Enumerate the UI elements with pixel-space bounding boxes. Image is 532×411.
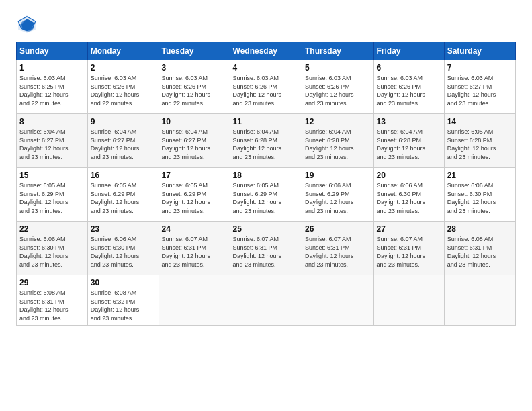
day-number: 11 bbox=[233, 117, 299, 126]
calendar-cell: 10Sunrise: 6:04 AM Sunset: 6:27 PM Dayli… bbox=[159, 114, 230, 168]
day-number: 26 bbox=[305, 224, 371, 234]
calendar-cell: 6Sunrise: 6:03 AM Sunset: 6:26 PM Daylig… bbox=[373, 60, 444, 114]
weekday-tuesday: Tuesday bbox=[159, 42, 230, 60]
day-number: 29 bbox=[19, 278, 85, 287]
day-info: Sunrise: 6:03 AM Sunset: 6:25 PM Dayligh… bbox=[19, 74, 85, 107]
weekday-wednesday: Wednesday bbox=[230, 42, 302, 60]
day-number: 10 bbox=[162, 117, 227, 126]
calendar-cell: 22Sunrise: 6:06 AM Sunset: 6:30 PM Dayli… bbox=[17, 222, 88, 275]
day-info: Sunrise: 6:04 AM Sunset: 6:28 PM Dayligh… bbox=[233, 128, 299, 161]
logo-icon bbox=[16, 13, 38, 35]
day-number: 23 bbox=[91, 224, 156, 234]
calendar-cell: 1Sunrise: 6:03 AM Sunset: 6:25 PM Daylig… bbox=[17, 60, 88, 114]
day-info: Sunrise: 6:03 AM Sunset: 6:26 PM Dayligh… bbox=[305, 74, 371, 107]
calendar-cell bbox=[159, 275, 230, 326]
calendar-cell: 14Sunrise: 6:05 AM Sunset: 6:28 PM Dayli… bbox=[444, 114, 515, 168]
day-info: Sunrise: 6:08 AM Sunset: 6:31 PM Dayligh… bbox=[19, 289, 85, 322]
day-number: 15 bbox=[19, 171, 85, 180]
calendar-cell bbox=[444, 275, 515, 326]
logo bbox=[16, 13, 42, 35]
calendar-cell bbox=[230, 275, 302, 326]
calendar-cell: 18Sunrise: 6:05 AM Sunset: 6:29 PM Dayli… bbox=[230, 168, 302, 222]
calendar-cell: 30Sunrise: 6:08 AM Sunset: 6:32 PM Dayli… bbox=[87, 275, 159, 326]
day-info: Sunrise: 6:04 AM Sunset: 6:28 PM Dayligh… bbox=[305, 128, 371, 161]
day-number: 16 bbox=[91, 171, 156, 180]
day-number: 4 bbox=[233, 63, 299, 73]
day-number: 27 bbox=[377, 224, 441, 234]
day-number: 9 bbox=[91, 117, 156, 126]
day-number: 20 bbox=[377, 171, 441, 180]
calendar-cell: 3Sunrise: 6:03 AM Sunset: 6:26 PM Daylig… bbox=[159, 60, 230, 114]
day-info: Sunrise: 6:03 AM Sunset: 6:26 PM Dayligh… bbox=[91, 74, 156, 107]
calendar-cell: 16Sunrise: 6:05 AM Sunset: 6:29 PM Dayli… bbox=[87, 168, 159, 222]
weekday-thursday: Thursday bbox=[302, 42, 374, 60]
calendar-cell bbox=[302, 275, 374, 326]
day-number: 19 bbox=[305, 171, 371, 180]
day-info: Sunrise: 6:03 AM Sunset: 6:26 PM Dayligh… bbox=[233, 74, 299, 107]
calendar-cell: 15Sunrise: 6:05 AM Sunset: 6:29 PM Dayli… bbox=[17, 168, 88, 222]
weekday-sunday: Sunday bbox=[17, 42, 88, 60]
calendar-cell bbox=[373, 275, 444, 326]
day-info: Sunrise: 6:07 AM Sunset: 6:31 PM Dayligh… bbox=[305, 235, 371, 269]
day-info: Sunrise: 6:04 AM Sunset: 6:28 PM Dayligh… bbox=[377, 128, 441, 161]
day-number: 7 bbox=[447, 63, 513, 73]
calendar-cell: 28Sunrise: 6:08 AM Sunset: 6:31 PM Dayli… bbox=[444, 222, 515, 275]
day-info: Sunrise: 6:06 AM Sunset: 6:30 PM Dayligh… bbox=[91, 235, 156, 269]
calendar-cell: 4Sunrise: 6:03 AM Sunset: 6:26 PM Daylig… bbox=[230, 60, 302, 114]
day-number: 1 bbox=[19, 63, 85, 73]
calendar-cell: 25Sunrise: 6:07 AM Sunset: 6:31 PM Dayli… bbox=[230, 222, 302, 275]
day-number: 17 bbox=[162, 171, 227, 180]
day-info: Sunrise: 6:07 AM Sunset: 6:31 PM Dayligh… bbox=[162, 235, 227, 269]
day-info: Sunrise: 6:06 AM Sunset: 6:30 PM Dayligh… bbox=[447, 181, 513, 215]
weekday-saturday: Saturday bbox=[444, 42, 515, 60]
calendar-cell: 19Sunrise: 6:06 AM Sunset: 6:29 PM Dayli… bbox=[302, 168, 374, 222]
calendar-cell: 2Sunrise: 6:03 AM Sunset: 6:26 PM Daylig… bbox=[87, 60, 159, 114]
calendar-table: SundayMondayTuesdayWednesdayThursdayFrid… bbox=[16, 42, 516, 326]
calendar-cell: 20Sunrise: 6:06 AM Sunset: 6:30 PM Dayli… bbox=[373, 168, 444, 222]
weekday-header-row: SundayMondayTuesdayWednesdayThursdayFrid… bbox=[17, 42, 516, 60]
weekday-friday: Friday bbox=[373, 42, 444, 60]
day-number: 6 bbox=[377, 63, 441, 73]
day-number: 25 bbox=[233, 224, 299, 234]
calendar-cell: 26Sunrise: 6:07 AM Sunset: 6:31 PM Dayli… bbox=[302, 222, 374, 275]
day-info: Sunrise: 6:05 AM Sunset: 6:29 PM Dayligh… bbox=[233, 181, 299, 215]
day-number: 21 bbox=[447, 171, 513, 180]
day-info: Sunrise: 6:03 AM Sunset: 6:26 PM Dayligh… bbox=[162, 74, 227, 107]
calendar-cell: 8Sunrise: 6:04 AM Sunset: 6:27 PM Daylig… bbox=[17, 114, 88, 168]
calendar-cell: 11Sunrise: 6:04 AM Sunset: 6:28 PM Dayli… bbox=[230, 114, 302, 168]
day-info: Sunrise: 6:07 AM Sunset: 6:31 PM Dayligh… bbox=[233, 235, 299, 269]
day-info: Sunrise: 6:05 AM Sunset: 6:29 PM Dayligh… bbox=[91, 181, 156, 215]
day-info: Sunrise: 6:05 AM Sunset: 6:29 PM Dayligh… bbox=[162, 181, 227, 215]
day-info: Sunrise: 6:06 AM Sunset: 6:30 PM Dayligh… bbox=[377, 181, 441, 215]
calendar-cell: 12Sunrise: 6:04 AM Sunset: 6:28 PM Dayli… bbox=[302, 114, 374, 168]
day-info: Sunrise: 6:04 AM Sunset: 6:27 PM Dayligh… bbox=[19, 128, 85, 161]
day-number: 22 bbox=[19, 224, 85, 234]
day-number: 30 bbox=[91, 278, 156, 287]
day-info: Sunrise: 6:07 AM Sunset: 6:31 PM Dayligh… bbox=[377, 235, 441, 269]
calendar-cell: 9Sunrise: 6:04 AM Sunset: 6:27 PM Daylig… bbox=[87, 114, 159, 168]
day-info: Sunrise: 6:08 AM Sunset: 6:32 PM Dayligh… bbox=[91, 289, 156, 322]
day-info: Sunrise: 6:05 AM Sunset: 6:28 PM Dayligh… bbox=[447, 128, 513, 161]
calendar-cell: 29Sunrise: 6:08 AM Sunset: 6:31 PM Dayli… bbox=[17, 275, 88, 326]
day-info: Sunrise: 6:08 AM Sunset: 6:31 PM Dayligh… bbox=[447, 235, 513, 269]
day-number: 3 bbox=[162, 63, 227, 73]
day-number: 28 bbox=[447, 224, 513, 234]
day-info: Sunrise: 6:04 AM Sunset: 6:27 PM Dayligh… bbox=[162, 128, 227, 161]
day-number: 18 bbox=[233, 171, 299, 180]
day-info: Sunrise: 6:06 AM Sunset: 6:30 PM Dayligh… bbox=[19, 235, 85, 269]
calendar-cell: 21Sunrise: 6:06 AM Sunset: 6:30 PM Dayli… bbox=[444, 168, 515, 222]
day-info: Sunrise: 6:05 AM Sunset: 6:29 PM Dayligh… bbox=[19, 181, 85, 215]
day-number: 14 bbox=[447, 117, 513, 126]
calendar-cell: 5Sunrise: 6:03 AM Sunset: 6:26 PM Daylig… bbox=[302, 60, 374, 114]
day-number: 5 bbox=[305, 63, 371, 73]
day-number: 12 bbox=[305, 117, 371, 126]
calendar-cell: 13Sunrise: 6:04 AM Sunset: 6:28 PM Dayli… bbox=[373, 114, 444, 168]
day-number: 2 bbox=[91, 63, 156, 73]
day-number: 24 bbox=[162, 224, 227, 234]
day-number: 13 bbox=[377, 117, 441, 126]
calendar-cell: 27Sunrise: 6:07 AM Sunset: 6:31 PM Dayli… bbox=[373, 222, 444, 275]
calendar-cell: 24Sunrise: 6:07 AM Sunset: 6:31 PM Dayli… bbox=[159, 222, 230, 275]
header bbox=[16, 13, 516, 35]
calendar-cell: 17Sunrise: 6:05 AM Sunset: 6:29 PM Dayli… bbox=[159, 168, 230, 222]
day-info: Sunrise: 6:04 AM Sunset: 6:27 PM Dayligh… bbox=[91, 128, 156, 161]
